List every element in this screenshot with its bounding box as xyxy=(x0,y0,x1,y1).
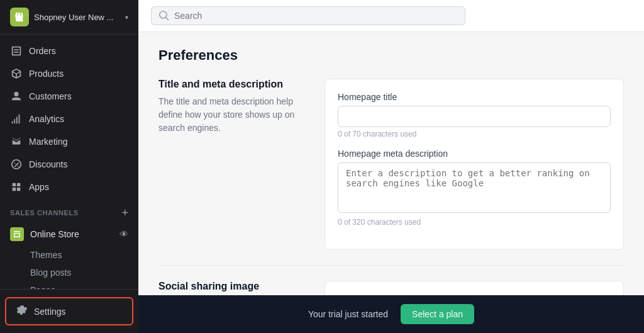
orders-icon xyxy=(10,45,23,57)
sidebar-bottom: Settings xyxy=(0,289,138,333)
settings-label: Settings xyxy=(34,307,66,317)
sales-channels-label: SALES CHANNELS xyxy=(10,209,79,217)
social-section-title: Social sharing image xyxy=(158,281,309,292)
dropdown-icon[interactable]: ▾ xyxy=(125,14,128,21)
sidebar-item-analytics[interactable]: Analytics xyxy=(0,108,138,130)
sidebar-item-label: Discounts xyxy=(29,159,67,169)
sidebar-item-marketing[interactable]: Marketing xyxy=(0,130,138,153)
analytics-icon xyxy=(10,113,23,125)
products-icon xyxy=(10,67,23,80)
search-input[interactable] xyxy=(174,11,457,21)
social-section-left: Social sharing image When you share a li… xyxy=(158,281,309,295)
sidebar-item-label: Customers xyxy=(29,91,72,101)
online-store-icon xyxy=(10,227,24,241)
sidebar-item-label: Orders xyxy=(29,46,56,56)
settings-icon xyxy=(16,305,28,318)
title-meta-section: Title and meta description The title and… xyxy=(158,79,624,266)
social-sharing-section: Social sharing image When you share a li… xyxy=(158,281,624,295)
sidebar-item-discounts[interactable]: Discounts xyxy=(0,153,138,176)
sidebar-item-label: Marketing xyxy=(29,137,67,147)
sidebar-item-online-store[interactable]: Online Store 👁 xyxy=(0,222,138,246)
bottom-bar: Your trial just started Select a plan xyxy=(138,295,644,333)
homepage-meta-char-count: 0 of 320 characters used xyxy=(338,218,611,227)
sidebar-header: Shopney User New ... ▾ xyxy=(0,0,138,35)
page-content: Preferences Title and meta description T… xyxy=(138,32,644,295)
homepage-title-label: Homepage title xyxy=(338,92,611,102)
search-icon xyxy=(159,11,169,21)
sidebar-item-label: Analytics xyxy=(29,114,64,124)
page-title: Preferences xyxy=(158,47,624,64)
trial-text: Your trial just started xyxy=(308,309,388,319)
title-meta-section-desc: The title and meta description help defi… xyxy=(158,95,309,135)
sidebar-item-orders[interactable]: Orders xyxy=(0,40,138,62)
eye-icon[interactable]: 👁 xyxy=(119,229,128,239)
sales-channels-section: SALES CHANNELS + Online Store 👁 Themes B… xyxy=(0,198,138,289)
section-description-left: Title and meta description The title and… xyxy=(158,79,309,250)
marketing-icon xyxy=(10,135,23,148)
top-bar xyxy=(138,0,644,32)
shopify-logo xyxy=(10,8,29,26)
title-meta-section-title: Title and meta description xyxy=(158,79,309,90)
customers-icon xyxy=(10,90,23,103)
discounts-icon xyxy=(10,158,23,171)
homepage-meta-label: Homepage meta description xyxy=(338,149,611,159)
homepage-title-group: Homepage title 0 of 70 characters used xyxy=(338,92,611,138)
homepage-meta-group: Homepage meta description 0 of 320 chara… xyxy=(338,149,611,227)
sidebar-item-label: Apps xyxy=(29,182,49,192)
sidebar-item-customers[interactable]: Customers xyxy=(0,85,138,108)
sidebar-item-themes[interactable]: Themes xyxy=(0,246,138,264)
add-sales-channel-button[interactable]: + xyxy=(121,207,128,218)
sidebar-item-apps[interactable]: Apps xyxy=(0,176,138,198)
title-meta-form: Homepage title 0 of 70 characters used H… xyxy=(325,79,624,250)
main-content: Preferences Title and meta description T… xyxy=(138,0,644,333)
store-name: Shopney User New ... xyxy=(34,13,120,22)
sidebar-item-products[interactable]: Products xyxy=(0,62,138,85)
homepage-title-char-count: 0 of 70 characters used xyxy=(338,130,611,138)
sub-nav: Themes Blog posts Pages Navigation Prefe… xyxy=(0,246,138,289)
sidebar-item-pages[interactable]: Pages xyxy=(0,281,138,289)
homepage-title-input[interactable] xyxy=(338,106,611,127)
online-store-label: Online Store xyxy=(30,229,113,239)
social-preview-panel: Social sharing image preview xyxy=(325,281,624,295)
sales-channels-header: SALES CHANNELS + xyxy=(0,203,138,222)
sidebar-nav: Orders Products Customers Analytics xyxy=(0,35,138,289)
sidebar-item-label: Products xyxy=(29,69,64,79)
homepage-meta-input[interactable] xyxy=(338,162,611,213)
sidebar: Shopney User New ... ▾ Orders Products xyxy=(0,0,138,333)
sidebar-item-blog-posts[interactable]: Blog posts xyxy=(0,264,138,281)
select-plan-button[interactable]: Select a plan xyxy=(401,304,474,324)
search-bar[interactable] xyxy=(151,6,465,25)
apps-icon xyxy=(10,181,23,193)
settings-item[interactable]: Settings xyxy=(5,297,133,325)
